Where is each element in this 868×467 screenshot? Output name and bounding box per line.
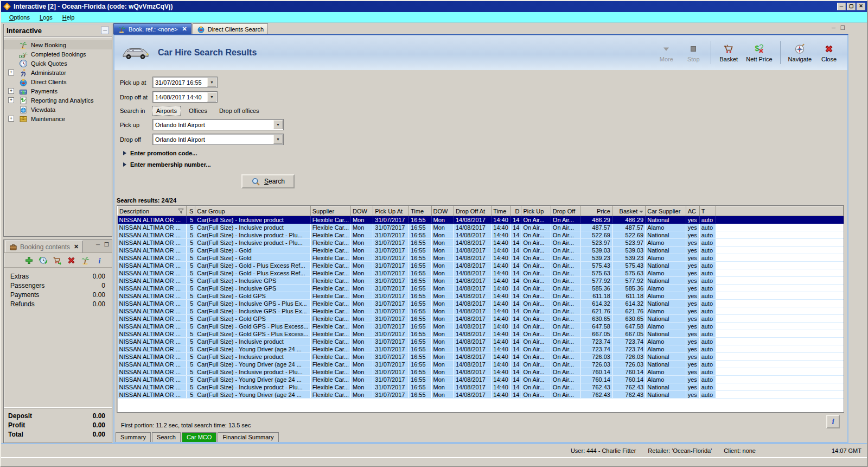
table-row[interactable]: NISSAN ALTIMA OR ...5Car(Full Size) - Go… bbox=[118, 247, 844, 254]
sidebar-item-direct-clients[interactable]: Direct Clients bbox=[4, 77, 112, 86]
table-row[interactable]: NISSAN ALTIMA OR ...5Car(Full Size) - In… bbox=[118, 231, 844, 239]
column-header-supplier[interactable]: Supplier bbox=[310, 206, 350, 216]
tab-close-icon[interactable]: ✕ bbox=[182, 26, 187, 33]
close-button[interactable]: Close bbox=[817, 43, 841, 62]
menu-item-options[interactable]: Options bbox=[4, 13, 35, 22]
search-in-option-drop-off-offices[interactable]: Drop off offices bbox=[215, 106, 263, 116]
table-row[interactable]: NISSAN ALTIMA OR ...5Car(Full Size) - Go… bbox=[118, 315, 844, 323]
menu-item-help[interactable]: Help bbox=[58, 13, 80, 22]
search-button[interactable]: Search bbox=[241, 174, 295, 188]
sidebar-item-completed-bookings[interactable]: Completed Bookings bbox=[4, 49, 112, 59]
search-in-option-airports[interactable]: Airports bbox=[152, 106, 181, 116]
table-row[interactable]: NISSAN ALTIMA OR ...5Car(Full Size) - Yo… bbox=[118, 361, 844, 368]
promotion-code-expander[interactable]: Enter promotion code... bbox=[123, 150, 847, 156]
column-header-description[interactable]: Description bbox=[118, 206, 187, 216]
sidebar-item-administrator[interactable]: +Administrator bbox=[4, 68, 112, 77]
table-row[interactable]: NISSAN ALTIMA OR ...5Car(Full Size) - In… bbox=[118, 368, 844, 376]
pickup-at-field[interactable]: 31/07/2017 16:55 ▼ bbox=[152, 77, 218, 88]
table-row[interactable]: NISSAN ALTIMA OR ...5Car(Full Size) - Go… bbox=[118, 254, 844, 262]
booking-panel-maximize-button[interactable]: ❒ bbox=[104, 242, 109, 248]
column-header-pick-up-at[interactable]: Pick Up At bbox=[373, 206, 409, 216]
dropoff-combobox[interactable]: Orlando Intl Airport ▼ bbox=[152, 134, 284, 145]
tree-expander-icon[interactable]: + bbox=[8, 88, 14, 94]
membership-number-expander[interactable]: Enter membership number... bbox=[123, 161, 847, 168]
tab-direct-clients-search[interactable]: Direct Clients Search bbox=[193, 23, 268, 34]
sidebar-item-reporting-and-analytics[interactable]: +Reporting and Analytics bbox=[4, 96, 112, 105]
refresh-clock-icon[interactable] bbox=[39, 256, 48, 265]
pickup-combobox[interactable]: Orlando Intl Airport ▼ bbox=[152, 119, 284, 130]
booking-contents-tab[interactable]: Booking contents ✕ bbox=[5, 241, 83, 253]
tree-expander-icon[interactable]: + bbox=[8, 97, 14, 103]
basket-button[interactable]: Basket bbox=[717, 43, 741, 62]
filter-icon[interactable] bbox=[177, 207, 184, 214]
plus-icon[interactable] bbox=[24, 256, 34, 265]
booking-panel-minimize-button[interactable]: ─ bbox=[96, 242, 100, 248]
dropoff-at-dropdown-icon[interactable]: ▼ bbox=[207, 92, 216, 102]
delete-icon[interactable] bbox=[67, 256, 76, 265]
table-row[interactable]: NISSAN ALTIMA OR ...5Car(Full Size) - In… bbox=[118, 307, 844, 315]
column-header-dow[interactable]: DOW bbox=[350, 206, 373, 216]
table-row[interactable]: NISSAN ALTIMA OR ...5Car(Full Size) - Go… bbox=[118, 262, 844, 269]
table-row[interactable]: NISSAN ALTIMA OR ...5Car(Full Size) - Yo… bbox=[118, 391, 844, 399]
column-header-basket[interactable]: Basket bbox=[612, 206, 645, 216]
info-icon[interactable]: i bbox=[95, 256, 104, 265]
info-button[interactable]: i bbox=[826, 415, 840, 428]
table-row[interactable]: NISSAN ALTIMA OR ...5Car(Full Size) - In… bbox=[118, 224, 844, 231]
dropoff-at-field[interactable]: 14/08/2017 14:40 ▼ bbox=[152, 91, 218, 103]
collapse-panel-button[interactable]: ─ bbox=[101, 27, 109, 34]
tree-expander-icon[interactable]: + bbox=[8, 116, 14, 122]
sidebar-item-maintenance[interactable]: +Maintenance bbox=[4, 114, 112, 123]
column-header-dow[interactable]: DOW bbox=[431, 206, 454, 216]
column-header-t[interactable]: T bbox=[699, 206, 716, 216]
mdi-restore-button[interactable]: ❒ bbox=[840, 25, 845, 31]
sidebar-item-quick-quotes[interactable]: Quick Quotes bbox=[4, 59, 112, 68]
bottom-tab-search[interactable]: Search bbox=[152, 432, 181, 442]
bottom-tab-car-mco[interactable]: Car MCO bbox=[182, 432, 216, 442]
table-row[interactable]: NISSAN ALTIMA OR ...5Car(Full Size) - In… bbox=[118, 353, 844, 361]
sidebar-item-viewdata[interactable]: Viewdata bbox=[4, 105, 112, 114]
column-header-time[interactable]: Time bbox=[409, 206, 431, 216]
close-button[interactable]: ✕ bbox=[857, 3, 865, 10]
table-row[interactable]: NISSAN ALTIMA OR ...5Car(Full Size) - Yo… bbox=[118, 376, 844, 383]
table-row[interactable]: NISSAN ALTIMA OR ...5Car(Full Size) - Go… bbox=[118, 292, 844, 300]
sidebar-item-new-booking[interactable]: New Booking bbox=[4, 40, 112, 49]
table-row[interactable]: NISSAN ALTIMA OR ...5Car(Full Size) - In… bbox=[118, 216, 844, 224]
mdi-minimize-button[interactable]: ─ bbox=[832, 25, 835, 31]
table-row[interactable]: NISSAN ALTIMA OR ...5Car(Full Size) - Go… bbox=[118, 269, 844, 277]
table-row[interactable]: NISSAN ALTIMA OR ...5Car(Full Size) - In… bbox=[118, 300, 844, 307]
tree-expander-icon[interactable]: + bbox=[8, 70, 14, 75]
column-header-pick-up[interactable]: Pick Up bbox=[521, 206, 551, 216]
bottom-tab-financial-summary[interactable]: Financial Summary bbox=[218, 432, 278, 442]
nett-price-button[interactable]: $Nett Price bbox=[744, 43, 774, 62]
column-header-car-supplier[interactable]: Car Supplier bbox=[646, 206, 686, 216]
column-header-time[interactable]: Time bbox=[492, 206, 511, 216]
table-row[interactable]: NISSAN ALTIMA OR ...5Car(Full Size) - In… bbox=[118, 338, 844, 345]
table-row[interactable]: NISSAN ALTIMA OR ...5Car(Full Size) - In… bbox=[118, 239, 844, 247]
minimize-button[interactable]: ─ bbox=[837, 3, 846, 10]
bottom-tab-summary[interactable]: Summary bbox=[116, 432, 151, 442]
column-header-drop-off[interactable]: Drop Off bbox=[551, 206, 580, 216]
cart-go-icon[interactable] bbox=[53, 256, 62, 265]
pickup-dropdown-icon[interactable]: ▼ bbox=[273, 120, 283, 129]
maximize-button[interactable]: ▢ bbox=[847, 3, 856, 10]
booking-contents-close-icon[interactable]: ✕ bbox=[74, 243, 79, 250]
column-header-ac[interactable]: AC bbox=[686, 206, 699, 216]
column-header-s[interactable]: S bbox=[187, 206, 195, 216]
column-header-price[interactable]: Price bbox=[580, 206, 612, 216]
table-row[interactable]: NISSAN ALTIMA OR ...5Car(Full Size) - Yo… bbox=[118, 345, 844, 353]
search-in-option-offices[interactable]: Offices bbox=[185, 106, 211, 116]
table-row[interactable]: NISSAN ALTIMA OR ...5Car(Full Size) - Go… bbox=[118, 323, 844, 330]
table-row[interactable]: NISSAN ALTIMA OR ...5Car(Full Size) - In… bbox=[118, 383, 844, 391]
pickup-at-dropdown-icon[interactable]: ▼ bbox=[207, 78, 216, 87]
tab-booking-ref[interactable]: Book. ref.: <none> ✕ bbox=[113, 23, 192, 34]
column-header-drop-off-at[interactable]: Drop Off At bbox=[454, 206, 491, 216]
table-row[interactable]: NISSAN ALTIMA OR ...5Car(Full Size) - Go… bbox=[118, 330, 844, 338]
dropoff-dropdown-icon[interactable]: ▼ bbox=[273, 135, 283, 144]
menu-item-logs[interactable]: Logs bbox=[35, 13, 58, 22]
sidebar-item-payments[interactable]: +$Payments bbox=[4, 86, 112, 96]
column-header-car-group[interactable]: Car Group bbox=[195, 206, 310, 216]
column-header-d[interactable]: D bbox=[511, 206, 521, 216]
palm-icon[interactable] bbox=[81, 256, 90, 265]
table-row[interactable]: NISSAN ALTIMA OR ...5Car(Full Size) - In… bbox=[118, 277, 844, 285]
navigate-button[interactable]: Navigate bbox=[786, 43, 814, 62]
